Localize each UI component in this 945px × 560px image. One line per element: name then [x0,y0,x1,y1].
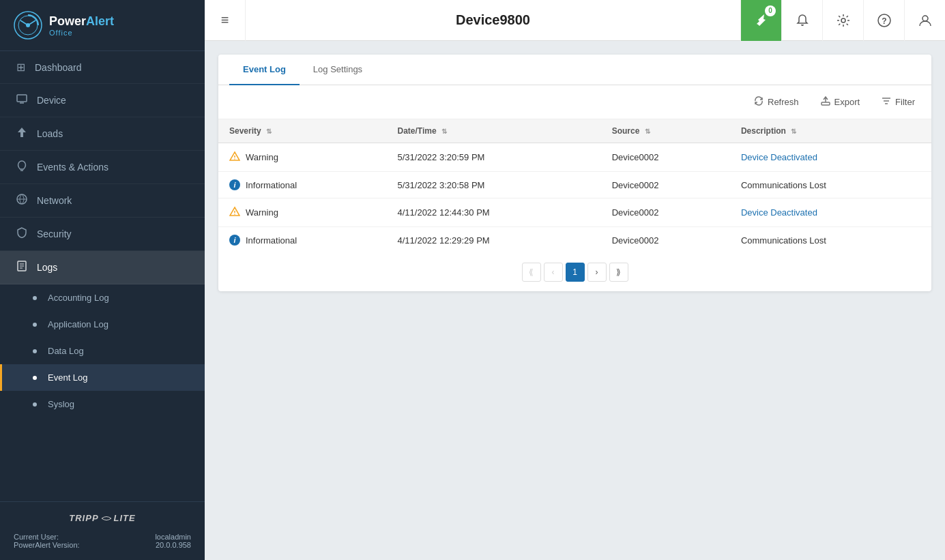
description-cell: Device Deactivated [730,143,931,172]
svg-rect-16 [822,102,830,105]
logo-area: PowerAlert Office [0,0,205,51]
event-log-card: Event Log Log Settings Refresh [218,55,931,291]
table-row: Warning4/11/2022 12:44:30 PMDevice0002De… [218,198,931,227]
content-area: Event Log Log Settings Refresh [205,41,945,560]
severity-label: Warning [246,152,278,162]
sidebar-item-accounting-log[interactable]: Accounting Log [0,284,205,311]
sidebar-item-application-log[interactable]: Application Log [0,311,205,338]
main-content: ≡ Device9800 0 [205,0,945,560]
last-page-button[interactable]: ⟫ [609,263,628,282]
col-description[interactable]: Description ⇅ [730,119,931,143]
datetime-cell: 5/31/2022 3:20:59 PM [387,143,601,172]
sub-item-label: Data Log [48,346,84,356]
col-severity[interactable]: Severity ⇅ [218,119,387,143]
svg-marker-5 [18,128,26,137]
col-source[interactable]: Source ⇅ [601,119,730,143]
sidebar-item-security[interactable]: Security [0,218,205,251]
severity-label: Informational [246,235,297,246]
dot-icon [33,296,37,300]
sidebar: PowerAlert Office ⊞ Dashboard Device Loa… [0,0,205,560]
filter-icon [882,96,891,108]
current-user-value: localadmin [155,533,191,541]
sort-icon: ⇅ [441,128,447,135]
sidebar-item-loads[interactable]: Loads [0,117,205,151]
notification-button[interactable] [781,0,822,41]
help-icon: ? [877,14,891,27]
version-label: PowerAlert Version: [14,541,80,549]
severity-cell: Warning [218,198,387,227]
active-action-button[interactable]: 0 [740,0,781,41]
main-nav: ⊞ Dashboard Device Loads Events & Action… [0,51,205,417]
current-user-label: Current User: [14,533,80,541]
sidebar-item-device[interactable]: Device [0,84,205,117]
prev-page-button[interactable]: ‹ [544,263,563,282]
hamburger-icon: ≡ [221,12,229,28]
sort-icon: ⇅ [791,128,796,135]
description-link[interactable]: Device Deactivated [741,207,817,218]
tab-bar: Event Log Log Settings [218,55,931,85]
datetime-cell: 4/11/2022 12:44:30 PM [387,198,601,227]
version-value: 20.0.0.958 [155,541,191,549]
severity-label: Informational [246,180,297,190]
menu-button[interactable]: ≡ [205,0,246,41]
first-page-button[interactable]: ⟪ [522,263,541,282]
svg-point-15 [922,16,928,21]
poweralert-logo-icon [14,11,42,40]
source-cell: Device0002 [601,227,730,254]
next-page-button[interactable]: › [587,263,607,282]
settings-button[interactable] [822,0,863,41]
page-1-button[interactable]: 1 [566,263,585,282]
logo-poweralert: PowerAlert [49,14,114,29]
device-title: Device9800 [246,12,740,28]
sidebar-item-data-log[interactable]: Data Log [0,338,205,364]
user-icon [918,14,932,27]
sidebar-item-label: Logs [37,262,57,273]
refresh-label: Refresh [768,97,799,107]
sidebar-item-label: Events & Actions [37,162,108,173]
sidebar-item-label: Security [37,229,72,239]
sidebar-item-event-log[interactable]: Event Log [0,364,205,391]
help-button[interactable]: ? [863,0,904,41]
sidebar-item-network[interactable]: Network [0,184,205,218]
sub-item-label: Event Log [48,372,88,383]
topbar: ≡ Device9800 0 [205,0,945,41]
events-icon [16,160,27,174]
device-icon [16,93,27,107]
sidebar-item-syslog[interactable]: Syslog [0,391,205,417]
table-toolbar: Refresh Export Filter [218,85,931,119]
warning-icon [229,206,240,219]
loads-icon [16,127,27,141]
table-row: iInformational5/31/2022 3:20:58 PMDevice… [218,172,931,198]
table-body: Warning5/31/2022 3:20:59 PMDevice0002Dev… [218,143,931,254]
export-button[interactable]: Export [815,93,866,110]
user-button[interactable] [904,0,945,41]
dot-icon [33,323,37,327]
topbar-actions: 0 ? [740,0,945,41]
tab-log-settings[interactable]: Log Settings [300,55,376,85]
filter-button[interactable]: Filter [876,93,920,110]
svg-point-2 [26,23,30,27]
refresh-button[interactable]: Refresh [748,93,804,110]
tab-event-log[interactable]: Event Log [229,55,300,85]
severity-cell: Warning [218,143,387,172]
datetime-cell: 5/31/2022 3:20:58 PM [387,172,601,198]
tripp-lite-symbol [100,515,113,522]
dot-icon [33,349,37,353]
sidebar-item-logs[interactable]: Logs [0,251,205,284]
export-icon [821,96,830,108]
description-link[interactable]: Device Deactivated [741,152,817,162]
sidebar-item-events-actions[interactable]: Events & Actions [0,151,205,184]
sidebar-item-label: Dashboard [35,62,82,73]
notification-icon [796,14,809,27]
sort-icon: ⇅ [266,128,272,135]
dashboard-icon: ⊞ [16,61,25,74]
col-datetime[interactable]: Date/Time ⇅ [387,119,601,143]
source-cell: Device0002 [601,172,730,198]
severity-label: Warning [246,207,278,218]
svg-text:?: ? [882,16,886,26]
logo-office: Office [49,29,114,37]
tripp-lite-text2: LITE [114,513,136,523]
filter-label: Filter [895,97,915,107]
sidebar-item-dashboard[interactable]: ⊞ Dashboard [0,51,205,84]
logs-icon [16,261,27,274]
